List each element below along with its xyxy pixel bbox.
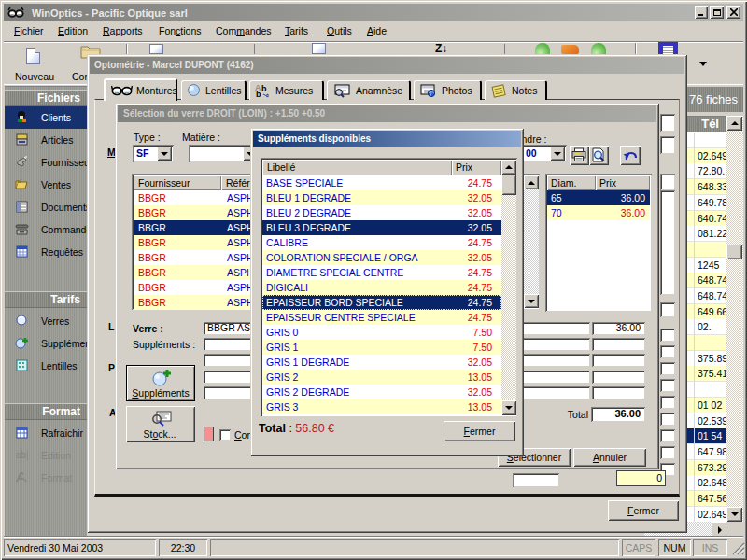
svg-text:b: b (256, 90, 261, 98)
svg-text:ab|: ab| (16, 450, 29, 460)
svg-text:b: b (261, 84, 267, 93)
